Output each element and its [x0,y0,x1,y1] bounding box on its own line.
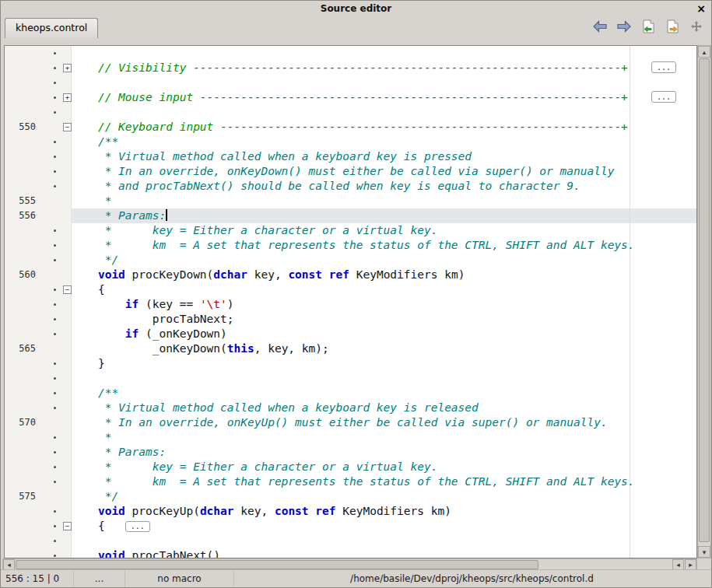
editor-line[interactable]: * In an override, onKeyDown() must eithe… [5,164,696,179]
tab-kheops-control[interactable]: kheops.control [5,18,98,38]
code-token: * key = Either a character or a virtual … [71,460,437,473]
editor-line[interactable]: 555 * [5,194,696,208]
code-text: /** [5,386,696,401]
editor-line[interactable]: * key = Either a character or a virtual … [5,460,696,474]
back-arrow-icon [592,20,608,35]
code-token [71,549,98,558]
folded-code-box[interactable]: ... [651,91,676,103]
editor-view[interactable]: + // Visibility ------------------------… [4,45,697,558]
editor-toolbar [591,19,705,35]
code-token: /** [71,387,118,399]
editor-line[interactable]: 550− // Keyboard input -----------------… [5,120,696,135]
scroll-left-button-2[interactable]: ◂ [672,559,684,570]
editor-line[interactable]: 575 */ [5,489,696,504]
document-forward-button[interactable] [664,19,681,35]
editor-line[interactable]: } [5,356,696,371]
editor-line[interactable]: 560 void procKeyDown(dchar key, const re… [5,268,696,282]
vertical-scrollbar-thumb[interactable] [699,58,710,542]
folded-code-box[interactable]: ... [651,61,676,73]
line-dot [54,111,56,114]
editor-line[interactable]: void procTabNext() [5,548,696,558]
editor-line[interactable] [5,105,696,120]
editor-line[interactable]: − {... [5,519,696,534]
editor-line[interactable]: if (_onKeyDown) [5,327,696,341]
code-token: const [288,268,322,281]
editor-line[interactable] [5,534,696,548]
vertical-scrollbar[interactable]: ▴ ▾ [697,45,711,558]
code-token: ref [329,268,349,281]
code-text: */ [5,489,696,504]
editor-line[interactable] [5,46,696,61]
code-token [71,268,98,281]
code-text: } [5,356,696,371]
code-text: {... [5,519,696,534]
editor-line[interactable]: * Virtual method called when a keyboard … [5,401,696,415]
code-token [71,505,98,517]
editor-line[interactable] [5,371,696,386]
editor-line[interactable]: /** [5,135,696,149]
editor-line[interactable]: * key = Either a character or a virtual … [5,223,696,238]
code-text: // Mouse input -------------------------… [5,90,696,105]
status-bar: 556 : 15 | 0 ... no macro /home/basile/D… [1,569,711,587]
code-token: dchar [200,505,234,517]
code-token: if [125,327,139,340]
horizontal-scrollbar-thumb[interactable] [16,560,538,569]
code-text: // Visibility --------------------------… [5,61,696,75]
forward-arrow-icon [616,20,632,35]
code-token [71,327,125,340]
scroll-left-button[interactable]: ◂ [3,559,15,570]
source-editor-window: Source editor × kheops.control [0,0,712,588]
status-panel-2: ... [74,570,125,587]
navigate-back-button[interactable] [591,19,609,35]
editor-line[interactable]: * Virtual method called when a keyboard … [5,149,696,164]
code-token: * Params: [71,209,166,222]
code-token: void [98,268,125,281]
code-token [71,298,125,310]
editor-line[interactable]: 565 _onKeyDown(this, key, km); [5,341,696,356]
editor-line[interactable]: * km = A set that represents the status … [5,474,696,489]
scroll-up-button[interactable]: ▴ [698,46,710,58]
editor-rows: + // Visibility ------------------------… [5,46,696,558]
code-token: KeyModifiers km) [336,505,451,517]
right-arrow-icon: ▸ [689,561,693,569]
code-text: procTabNext; [5,312,696,327]
scroll-down-button[interactable]: ▾ [698,546,710,558]
code-text: * Virtual method called when a keyboard … [5,401,696,415]
editor-line[interactable]: * km = A set that represents the status … [5,238,696,253]
code-token: // Mouse input -------------------------… [71,91,628,103]
folded-code-box[interactable]: ... [125,521,150,532]
editor-line[interactable]: 570 * In an override, onKeyUp() must eit… [5,415,696,430]
code-text: // Keyboard input ----------------------… [5,120,696,135]
editor-line[interactable]: */ [5,253,696,268]
document-back-button[interactable] [640,19,657,35]
editor-line[interactable]: /** [5,386,696,401]
close-icon[interactable]: × [696,1,706,16]
code-token: * In an override, onKeyDown() must eithe… [71,165,614,177]
editor-line[interactable] [5,75,696,90]
code-token: dchar [213,268,247,281]
editor-line[interactable]: + // Visibility ------------------------… [5,61,696,75]
code-token: (_onKeyDown) [139,327,227,340]
editor-line[interactable]: * Params: [5,445,696,460]
editor-line[interactable]: procTabNext; [5,312,696,327]
code-token: '\t' [200,298,227,310]
editor-line[interactable]: + // Mouse input -----------------------… [5,90,696,105]
navigate-forward-button[interactable] [616,19,633,35]
code-text: * km = A set that represents the status … [5,238,696,253]
editor-line[interactable]: void procKeyUp(dchar key, const ref KeyM… [5,504,696,519]
code-token: * In an override, onKeyUp() must either … [71,416,608,429]
code-token [322,268,329,281]
code-token: */ [71,254,118,266]
editor-line[interactable]: 556 * Params: [5,208,696,223]
code-text: void procKeyUp(dchar key, const ref KeyM… [5,504,696,519]
code-token: ref [315,505,335,517]
code-token: procKeyDown( [125,268,214,281]
code-token: * and procTabNext() should be called whe… [71,180,580,192]
scroll-right-button[interactable]: ▸ [685,559,696,570]
editor-line[interactable]: if (key == '\t') [5,297,696,312]
detach-move-button[interactable] [688,19,705,35]
editor-line[interactable]: − { [5,282,696,297]
line-dot [54,377,56,380]
editor-line[interactable]: * and procTabNext() should be called whe… [5,179,696,194]
editor-line[interactable]: * [5,430,696,445]
